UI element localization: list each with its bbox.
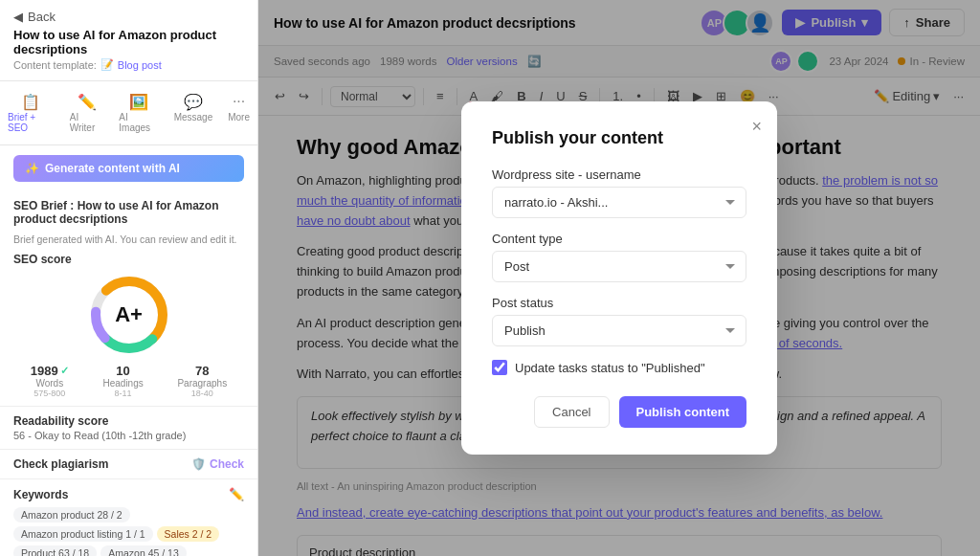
back-label: Back: [28, 10, 56, 24]
donut-grade: A+: [115, 302, 143, 327]
modal-cancel-button[interactable]: Cancel: [534, 396, 609, 428]
main-content: How to use AI for Amazon product decsrip…: [258, 0, 980, 556]
modal-checkbox-row: Update tasks status to "Published": [492, 360, 746, 375]
modal-field-post-status: Post status Publish: [492, 296, 746, 346]
keyword-tag-product: Product 63 / 18: [13, 545, 97, 556]
ai-images-icon: 🖼️: [130, 93, 147, 110]
stats-row: 1989 ✓ Words 575-800 10 Headings 8-11 78…: [13, 364, 244, 398]
modal-label-content-type: Content type: [492, 232, 746, 246]
message-icon: 💬: [185, 93, 202, 110]
donut-chart: A+: [86, 272, 172, 358]
keyword-tag-amazon-product: Amazon product 28 / 2: [13, 507, 130, 523]
modal-publish-button[interactable]: Publish content: [619, 396, 747, 428]
modal-field-content-type: Content type Post: [492, 232, 746, 282]
stat-words-range: 575-800: [33, 389, 65, 398]
template-link[interactable]: Blog post: [118, 59, 162, 71]
modal-checkbox[interactable]: [492, 360, 507, 375]
stat-paragraphs-range: 18-40: [191, 389, 213, 398]
stat-paragraphs-value: 78: [195, 364, 209, 378]
modal-overlay: × Publish your content Wordpress site - …: [258, 0, 980, 556]
sidebar-item-message[interactable]: 💬 Message: [167, 89, 221, 137]
seo-score-title: SEO score: [13, 253, 244, 266]
readability-score: 56 - Okay to Read (10th -12th grade): [13, 430, 244, 441]
back-button[interactable]: ◀ Back: [13, 10, 244, 24]
template-icon: 📝: [100, 58, 114, 71]
stat-headings-value: 10: [116, 364, 129, 378]
keyword-tag-sales: Sales 2 / 2: [157, 526, 220, 542]
modal-checkbox-label: Update tasks status to "Published": [515, 361, 705, 375]
back-icon: ◀: [13, 10, 23, 24]
keyword-tags: Amazon product 28 / 2 Amazon product lis…: [13, 507, 244, 556]
brief-seo-label: Brief + SEO: [8, 112, 55, 133]
modal-label-post-status: Post status: [492, 296, 746, 310]
plagiarism-title: Check plagiarism: [13, 457, 108, 471]
stat-paragraphs: 78 Paragraphs 18-40: [177, 364, 227, 398]
modal-title: Publish your content: [492, 128, 746, 148]
sidebar-item-more[interactable]: ··· More: [220, 89, 257, 137]
keywords-header: Keywords ✏️: [13, 487, 244, 501]
sidebar: ◀ Back How to use AI for Amazon product …: [0, 0, 258, 556]
sidebar-item-brief-seo[interactable]: 📋 Brief + SEO: [0, 89, 62, 137]
seo-score-section: SEO score A+ 1989 ✓ Words 575-800: [0, 253, 257, 407]
brief-description: Brief generated with AI. You can review …: [0, 234, 257, 253]
ai-writer-icon: ✏️: [78, 93, 96, 110]
modal-select-wordpress[interactable]: narrato.io - Akshi...: [492, 187, 746, 218]
message-label: Message: [174, 112, 213, 122]
stat-headings-label: Headings: [102, 378, 143, 389]
stat-headings-range: 8-11: [115, 389, 132, 398]
ai-images-label: AI Images: [119, 112, 158, 133]
keywords-section: Keywords ✏️ Amazon product 28 / 2 Amazon…: [0, 479, 257, 556]
stat-words-label: Words: [35, 378, 63, 389]
sparkle-icon: ✨: [25, 162, 39, 175]
more-icon: ···: [231, 93, 248, 110]
stat-words-value: 1989 ✓: [31, 364, 69, 378]
template-label: Content template:: [13, 59, 97, 71]
more-label: More: [228, 112, 250, 122]
modal-label-wordpress: Wordpress site - username: [492, 167, 746, 182]
sidebar-nav: 📋 Brief + SEO ✏️ AI Writer 🖼️ AI Images …: [0, 81, 257, 145]
modal-field-wordpress: Wordpress site - username narrato.io - A…: [492, 167, 746, 218]
generate-btn-label: Generate content with AI: [45, 162, 180, 175]
modal-close-button[interactable]: ×: [751, 117, 762, 137]
stat-headings: 10 Headings 8-11: [102, 364, 143, 398]
modal-select-content-type[interactable]: Post: [492, 251, 746, 282]
brief-title: SEO Brief : How to use AI for Amazon pro…: [0, 191, 257, 234]
brief-seo-icon: 📋: [22, 93, 39, 110]
check-btn-label: Check: [210, 457, 244, 471]
stat-paragraphs-label: Paragraphs: [177, 378, 227, 389]
sidebar-top: ◀ Back How to use AI for Amazon product …: [0, 0, 257, 81]
doc-title: How to use AI for Amazon product decsrip…: [13, 28, 244, 56]
keyword-tag-amazon: Amazon 45 / 13: [100, 545, 187, 556]
check-plagiarism-button[interactable]: 🛡️ Check: [191, 457, 244, 471]
shield-icon: 🛡️: [191, 457, 206, 471]
readability-title: Readability score: [13, 414, 244, 428]
ai-writer-label: AI Writer: [70, 112, 104, 133]
donut-chart-container: A+: [13, 272, 244, 358]
edit-keywords-icon[interactable]: ✏️: [229, 487, 244, 501]
sidebar-item-ai-images[interactable]: 🖼️ AI Images: [111, 89, 166, 137]
sidebar-item-ai-writer[interactable]: ✏️ AI Writer: [62, 89, 112, 137]
modal-actions: Cancel Publish content: [492, 396, 746, 428]
doc-subtitle: Content template: 📝 Blog post: [13, 58, 244, 71]
modal-select-post-status[interactable]: Publish: [492, 315, 746, 346]
readability-section: Readability score 56 - Okay to Read (10t…: [0, 407, 257, 450]
publish-modal: × Publish your content Wordpress site - …: [461, 101, 777, 455]
plagiarism-section: Check plagiarism 🛡️ Check: [0, 450, 257, 479]
stat-words: 1989 ✓ Words 575-800: [31, 364, 69, 398]
keywords-title: Keywords: [13, 488, 68, 501]
keyword-tag-amazon-product-listing: Amazon product listing 1 / 1: [13, 526, 153, 542]
generate-content-button[interactable]: ✨ Generate content with AI: [13, 155, 244, 182]
